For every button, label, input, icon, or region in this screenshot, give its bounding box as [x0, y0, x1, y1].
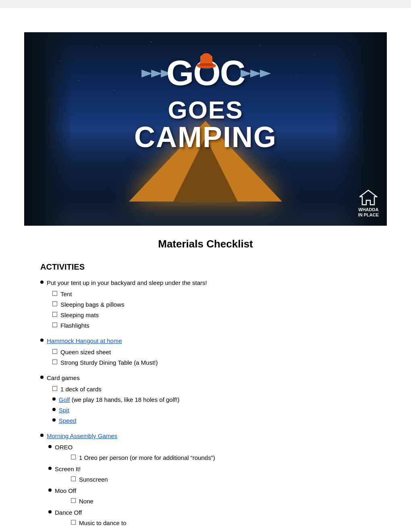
list-item: Screen It! Sunscreen — [48, 464, 371, 485]
list-item: Tent — [52, 289, 371, 299]
sub-checklist: Tent Sleeping bags & pillows Sleeping ma… — [40, 289, 371, 330]
item-label: Sleeping mats — [60, 310, 371, 320]
item-label: Queen sized sheet — [60, 347, 371, 357]
activities-list: Put your tent up in your backyard and sl… — [40, 278, 371, 529]
bullet-dot — [48, 467, 52, 470]
checkbox-icon — [52, 386, 57, 391]
game-container: Screen It! Sunscreen — [55, 464, 371, 485]
games-list: OREO 1 Oreo per person (or more for addi… — [40, 443, 371, 529]
goc-letters: G O C — [166, 52, 245, 94]
list-item: Sunscreen — [71, 475, 371, 484]
sub-checklist: 1 deck of cards Golf (we play 18 hands, … — [40, 384, 371, 426]
list-item: Spit — [52, 405, 371, 415]
item-label: Strong Sturdy Dining Table (a Must!) — [60, 358, 371, 368]
list-item: Flashlights — [52, 321, 371, 330]
game-materials: None — [55, 497, 371, 506]
bullet-dot — [48, 488, 52, 492]
bullet-dot — [48, 445, 52, 448]
activity-text: Card games — [47, 373, 371, 383]
list-item: None — [71, 497, 371, 506]
list-item: Music to dance to — [71, 518, 371, 528]
checkbox-icon — [52, 312, 57, 317]
list-item: Sleeping mats — [52, 310, 371, 320]
checkbox-icon — [52, 291, 57, 296]
bullet-dot — [52, 408, 56, 411]
checkbox-icon — [52, 301, 57, 306]
activities-heading: ACTIVITIES — [40, 262, 371, 272]
whadda-house-icon — [359, 189, 378, 206]
activity-text: Put your tent up in your backyard and sl… — [47, 278, 371, 288]
game-name: Moo Off — [55, 487, 76, 494]
tree-left-decoration — [24, 32, 73, 226]
list-item: OREO 1 Oreo per person (or more for addi… — [48, 443, 371, 463]
checkbox-icon — [52, 360, 57, 364]
item-label: Sleeping bags & pillows — [60, 300, 371, 310]
item-label: Tent — [60, 289, 371, 299]
goc-o-letter: O — [193, 52, 220, 94]
goes-text: GOES — [125, 98, 286, 123]
list-item: 1 Oreo per person (or more for additiona… — [71, 453, 371, 463]
checkbox-icon — [71, 455, 76, 459]
svg-marker-4 — [360, 190, 377, 205]
game-name: Dance Off — [55, 509, 82, 516]
list-item: 1 deck of cards — [52, 384, 371, 394]
sub-checklist: Queen sized sheet Strong Sturdy Dining T… — [40, 347, 371, 368]
golf-note: (we play 18 hands, like 18 holes of golf… — [70, 396, 180, 403]
content-area: Materials Checklist ACTIVITIES Put your … — [0, 226, 411, 532]
goes-camping-tagline: GOES CAMPING — [125, 98, 286, 152]
list-item: Moo Off None — [48, 486, 371, 507]
list-item: Dance Off Music to dance to — [48, 508, 371, 529]
item-label: None — [79, 497, 371, 506]
list-item: Sleeping bags & pillows — [52, 300, 371, 310]
page: ▶▶▶ G O C — [0, 8, 411, 532]
svg-point-3 — [202, 53, 210, 57]
item-label: 1 deck of cards — [60, 384, 371, 394]
list-item: Golf (we play 18 hands, like 18 holes of… — [52, 395, 371, 405]
bullet-dot — [52, 397, 56, 401]
game-container: OREO 1 Oreo per person (or more for addi… — [55, 443, 371, 463]
item-label: Music to dance to — [79, 518, 371, 528]
list-item: Hammock Hangout at home Queen sized shee… — [40, 336, 371, 368]
item-label: Flashlights — [60, 321, 371, 330]
game-name: Screen It! — [55, 466, 81, 472]
list-item: Speed — [52, 416, 371, 426]
whadda-text: WHADDAIN PLACE — [358, 207, 379, 218]
checkbox-icon — [52, 322, 57, 327]
item-label: 1 Oreo per person (or more for additiona… — [79, 453, 371, 463]
bullet-dot — [40, 376, 44, 379]
bullet-dot — [40, 281, 44, 284]
goc-logo: ▶▶▶ G O C — [125, 52, 286, 94]
speed-link[interactable]: Speed — [59, 416, 371, 426]
hat-container — [196, 36, 216, 53]
svg-rect-2 — [199, 63, 213, 66]
checkbox-icon — [71, 498, 76, 503]
bullet-dot — [48, 510, 52, 513]
hat-icon — [196, 52, 216, 69]
item-label: Golf (we play 18 hands, like 18 holes of… — [59, 395, 371, 405]
morning-assembly-link[interactable]: Morning Assembly Games — [47, 431, 371, 441]
bullet-dot — [40, 434, 44, 437]
game-name: OREO — [55, 444, 73, 451]
hero-banner: ▶▶▶ G O C — [24, 32, 387, 226]
checkbox-icon — [71, 520, 76, 525]
arrow-right-icon: ▶▶▶ — [241, 67, 270, 79]
goc-logo-area: ▶▶▶ G O C — [125, 52, 286, 152]
page-title: Materials Checklist — [40, 238, 371, 250]
camping-text: CAMPING — [125, 123, 286, 152]
game-materials: Music to dance to — [55, 518, 371, 528]
game-materials: 1 Oreo per person (or more for additiona… — [55, 453, 371, 463]
game-container: Dance Off Music to dance to — [55, 508, 371, 529]
list-item: Morning Assembly Games OREO 1 Oreo per p… — [40, 431, 371, 529]
item-label: Sunscreen — [79, 475, 371, 484]
list-item: Queen sized sheet — [52, 347, 371, 357]
checkbox-icon — [52, 349, 57, 354]
spit-link[interactable]: Spit — [59, 405, 371, 415]
list-item: Card games 1 deck of cards Golf (we play… — [40, 373, 371, 426]
bullet-dot — [52, 418, 56, 422]
checkbox-icon — [71, 476, 76, 481]
hammock-link[interactable]: Hammock Hangout at home — [47, 336, 371, 346]
bullet-dot — [40, 339, 44, 342]
golf-link[interactable]: Golf — [59, 396, 70, 403]
game-materials: Sunscreen — [55, 475, 371, 484]
whadda-logo: WHADDAIN PLACE — [358, 189, 379, 218]
